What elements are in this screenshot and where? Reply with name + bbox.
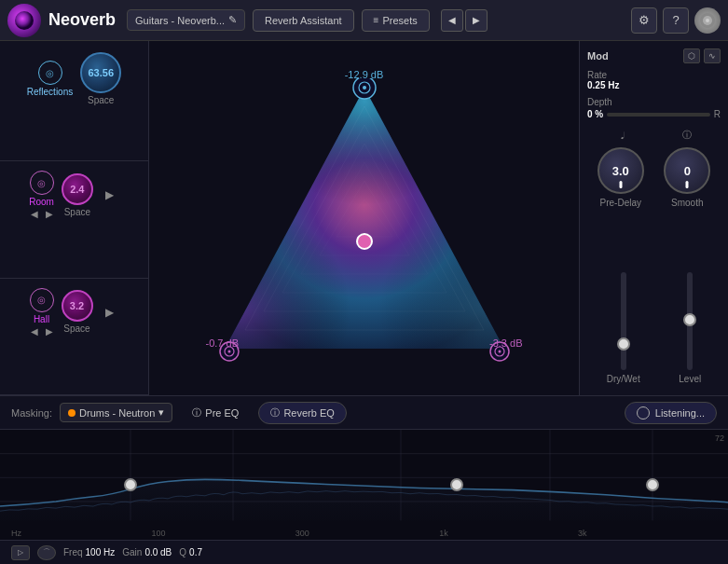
room-next-arrow[interactable]: ▶ — [46, 209, 53, 219]
reflections-icon-group: ◎ Reflections — [27, 61, 73, 97]
eq-shape-btn-2[interactable]: ⌒ — [37, 545, 56, 560]
mod-section: Mod ⬡ ∿ Rate 0.25 Hz Depth 0 % — [587, 48, 721, 119]
svg-point-23 — [498, 351, 501, 353]
pencil-icon: ✎ — [228, 14, 237, 26]
bottom-eq-area: Masking: Drums - Neutron ▾ ⓘ Pre EQ ⓘ Re… — [0, 395, 728, 564]
slider-section: Dry/Wet Level — [587, 219, 721, 388]
tab-reverb-eq[interactable]: ⓘ Reverb EQ — [258, 402, 346, 424]
eq-dot-2[interactable] — [450, 478, 463, 491]
reflections-space-knob[interactable]: 63.56 — [80, 52, 121, 93]
room-expand-arrow[interactable]: ▶ — [101, 188, 119, 201]
nav-arrows: ◀ ▶ — [441, 9, 488, 32]
hall-icon[interactable]: ◎ — [30, 288, 54, 312]
depth-value: 0 % — [587, 109, 603, 119]
dry-wet-thumb[interactable] — [617, 337, 630, 351]
left-panel: ◎ Reflections 63.56 Space ◎ — [0, 41, 149, 395]
room-arrows: ◀ ▶ — [31, 209, 53, 219]
dry-wet-slider[interactable] — [621, 272, 626, 370]
listening-button[interactable]: Listening... — [625, 402, 717, 424]
tab-pre-eq[interactable]: ⓘ Pre EQ — [180, 402, 251, 424]
level-slider-container: Level — [679, 272, 701, 384]
top-bar: Neoverb Guitars - Neoverb... ✎ Reverb As… — [0, 0, 728, 41]
hall-prev-arrow[interactable]: ◀ — [31, 326, 38, 337]
room-space-knob[interactable]: 2.4 — [62, 173, 93, 205]
level-slider[interactable] — [687, 272, 693, 370]
mod-icon-2[interactable]: ∿ — [704, 48, 721, 63]
eq-svg — [0, 430, 728, 540]
help-button[interactable]: ? — [663, 7, 689, 34]
reverb-pad[interactable]: -12.9 dB -0.7 dB -3.3 dB — [206, 78, 523, 358]
freq-value: 100 Hz — [86, 547, 116, 557]
settings-button[interactable]: ⚙ — [631, 7, 657, 34]
hall-next-arrow[interactable]: ▶ — [46, 326, 53, 337]
svg-point-20 — [227, 351, 230, 353]
eq-canvas[interactable]: 72 Hz 100 300 1k 3k — [0, 430, 728, 540]
reverb-assistant-button[interactable]: Reverb Assistant — [253, 9, 354, 32]
reverb-eq-icon: ⓘ — [270, 406, 280, 420]
room-label: Room — [29, 197, 54, 207]
center-reverb-pad: -12.9 dB -0.7 dB -3.3 dB — [149, 41, 579, 395]
smooth-label: Smooth — [671, 198, 703, 208]
right-panel: Mod ⬡ ∿ Rate 0.25 Hz Depth 0 % — [579, 41, 728, 395]
smooth-knob-group: ⓘ 0 Smooth — [664, 129, 710, 208]
next-arrow[interactable]: ▶ — [465, 9, 488, 32]
pre-delay-knob[interactable]: 3.0 — [598, 147, 644, 194]
freq-labels: Hz 100 300 1k 3k — [0, 529, 728, 538]
db-label: 72 — [715, 433, 724, 443]
level-thumb[interactable] — [683, 313, 696, 326]
prev-arrow[interactable]: ◀ — [441, 9, 463, 32]
freq-param: Freq 100 Hz — [63, 547, 115, 557]
room-icon[interactable]: ◎ — [30, 171, 54, 195]
pad-top-label: -12.9 dB — [345, 69, 384, 80]
top-bar-right: ⚙ ? — [631, 7, 721, 34]
gain-param: Gain 0.0 dB — [122, 547, 172, 557]
eq-dot-3[interactable] — [646, 478, 659, 491]
mod-label: Mod — [587, 50, 609, 62]
masking-color-dot — [68, 409, 76, 417]
smooth-knob[interactable]: 0 — [664, 147, 710, 194]
chevron-down-icon: ▾ — [158, 406, 164, 419]
dry-wet-slider-container: Dry/Wet — [607, 272, 640, 384]
presets-button[interactable]: ≡ Presets — [362, 9, 430, 32]
q-param: Q 0.7 — [179, 547, 202, 557]
q-value: 0.7 — [189, 547, 202, 557]
svg-point-0 — [15, 11, 34, 30]
hall-arrows: ◀ ▶ — [31, 326, 53, 337]
depth-label: Depth — [587, 97, 612, 107]
pre-eq-icon: ⓘ — [192, 406, 201, 420]
hall-label: Hall — [34, 314, 49, 324]
rate-value: 0.25 Hz — [587, 80, 721, 90]
masking-select[interactable]: Drums - Neutron ▾ — [60, 403, 172, 422]
pre-delay-label: Pre-Delay — [600, 198, 641, 208]
hall-expand-arrow[interactable]: ▶ — [101, 306, 119, 319]
eq-tabs-bar: Masking: Drums - Neutron ▾ ⓘ Pre EQ ⓘ Re… — [0, 396, 728, 430]
list-icon: ≡ — [374, 15, 379, 25]
mod-icon-1[interactable]: ⬡ — [683, 48, 700, 63]
room-prev-arrow[interactable]: ◀ — [31, 209, 38, 219]
room-knob-container: 2.4 Space — [62, 173, 93, 217]
pad-bottom-left-label: -0.7 dB — [206, 337, 239, 349]
depth-slider[interactable] — [607, 113, 710, 117]
reflections-knob-container: 63.56 Space — [80, 52, 121, 105]
room-section: ◎ Room ◀ ▶ 2.4 Space ▶ — [0, 161, 148, 278]
r-label: R — [714, 109, 721, 119]
preset-selector[interactable]: Guitars - Neoverb... ✎ — [127, 9, 245, 31]
app-name: Neoverb — [48, 10, 116, 30]
rate-block: Rate 0.25 Hz — [587, 67, 721, 90]
reflections-section: ◎ Reflections 63.56 Space — [0, 41, 148, 161]
main-area: ◎ Reflections 63.56 Space ◎ — [0, 41, 728, 395]
pad-bottom-right-label: -3.3 dB — [489, 337, 522, 349]
knob-row: 𝅘𝅥 3.0 Pre-Delay ⓘ 0 Smooth — [587, 129, 721, 208]
hall-space-label: Space — [63, 323, 89, 334]
svg-marker-8 — [225, 88, 504, 349]
gain-value: 0.0 dB — [144, 547, 172, 557]
app-logo — [7, 4, 41, 37]
eq-dot-1[interactable] — [124, 478, 137, 491]
brand-logo — [694, 7, 721, 34]
hall-space-knob[interactable]: 3.2 — [62, 290, 93, 322]
eq-shape-btn-1[interactable]: ▷ — [11, 545, 30, 560]
eq-bottom-bar: ▷ ⌒ Freq 100 Hz Gain 0.0 dB Q 0.7 — [0, 540, 728, 564]
reflections-icon[interactable]: ◎ — [38, 61, 62, 85]
reverb-triangle-svg — [206, 78, 523, 377]
svg-point-17 — [363, 86, 366, 89]
